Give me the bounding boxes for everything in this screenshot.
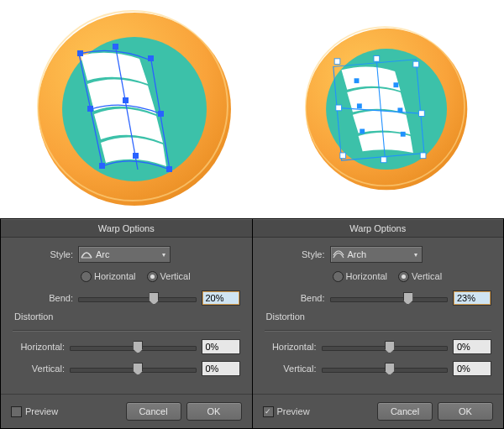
warp-options-panel-right: Warp Options Style: Arch ▾ Horizo [253, 218, 505, 429]
svg-rect-20 [412, 61, 418, 67]
preview-checkbox[interactable] [11, 406, 22, 417]
bend-label: Bend: [265, 293, 330, 303]
svg-rect-21 [335, 105, 341, 111]
warp-options-panel-left: Warp Options Style: Arc ▾ Horizontal Ver… [0, 218, 253, 429]
bend-slider[interactable] [330, 292, 449, 304]
dist-vertical-slider[interactable] [70, 363, 197, 374]
style-value: Arch [346, 249, 410, 259]
bend-label: Bend: [13, 293, 78, 303]
svg-rect-22 [418, 110, 424, 116]
dist-vertical-field[interactable]: 0% [453, 361, 491, 376]
style-value: Arc [94, 249, 158, 259]
svg-rect-31 [400, 131, 405, 136]
artwork-left [32, 7, 238, 212]
bend-field[interactable]: 20% [202, 290, 240, 306]
cancel-button[interactable]: Cancel [377, 402, 433, 421]
ok-button[interactable]: OK [186, 402, 242, 421]
svg-rect-26 [354, 78, 359, 83]
bend-field[interactable]: 23% [453, 290, 491, 306]
dist-vertical-slider[interactable] [322, 363, 449, 374]
dist-horizontal-field[interactable]: 0% [453, 339, 491, 354]
svg-rect-4 [113, 44, 118, 50]
svg-rect-24 [381, 156, 386, 162]
artwork-right [301, 24, 473, 196]
panel-title: Warp Options [253, 219, 504, 238]
svg-rect-28 [356, 103, 361, 108]
dist-vertical-field[interactable]: 0% [202, 361, 240, 376]
svg-rect-25 [420, 152, 426, 158]
chevron-down-icon: ▾ [158, 251, 170, 259]
preview-label: Preview [25, 406, 58, 416]
svg-rect-29 [397, 107, 402, 112]
style-dropdown[interactable]: Arc ▾ [78, 246, 171, 263]
orientation-horizontal-radio[interactable] [81, 271, 92, 282]
dist-horizontal-field[interactable]: 0% [202, 339, 240, 354]
svg-rect-3 [77, 50, 83, 56]
dist-horizontal-label: Horizontal: [13, 342, 70, 352]
svg-rect-11 [166, 166, 172, 172]
chevron-down-icon: ▾ [410, 251, 422, 259]
panel-title: Warp Options [1, 219, 252, 238]
style-label: Style: [13, 249, 78, 259]
orientation-horizontal-radio[interactable] [333, 271, 344, 282]
svg-rect-7 [123, 97, 129, 103]
cancel-button[interactable]: Cancel [126, 402, 181, 421]
arch-icon [331, 250, 346, 259]
svg-rect-19 [374, 55, 380, 61]
orientation-horizontal-label: Horizontal [94, 271, 136, 281]
svg-rect-5 [148, 55, 154, 61]
dist-horizontal-slider[interactable] [70, 341, 197, 353]
svg-rect-23 [339, 152, 345, 158]
svg-rect-6 [87, 106, 93, 112]
preview-label: Preview [277, 406, 310, 416]
dist-horizontal-label: Horizontal: [265, 342, 322, 352]
dist-vertical-label: Vertical: [13, 364, 70, 374]
orientation-vertical-label: Vertical [160, 271, 191, 281]
bend-slider[interactable] [78, 292, 197, 304]
dist-horizontal-slider[interactable] [322, 341, 449, 353]
arc-icon [79, 250, 94, 259]
orientation-vertical-label: Vertical [412, 271, 442, 281]
svg-rect-9 [99, 163, 105, 169]
style-dropdown[interactable]: Arch ▾ [330, 246, 423, 263]
svg-rect-30 [360, 128, 365, 133]
dist-vertical-label: Vertical: [265, 364, 322, 374]
style-label: Style: [265, 249, 330, 259]
svg-rect-18 [334, 58, 340, 64]
orientation-vertical-radio[interactable] [147, 271, 158, 282]
svg-rect-10 [133, 153, 139, 159]
orientation-horizontal-label: Horizontal [346, 271, 388, 281]
svg-rect-27 [393, 82, 398, 87]
distortion-section-label: Distortion [265, 311, 492, 322]
ok-button[interactable]: OK [438, 402, 493, 421]
svg-rect-8 [158, 111, 164, 117]
orientation-vertical-radio[interactable] [398, 271, 409, 282]
preview-checkbox[interactable] [263, 406, 274, 417]
distortion-section-label: Distortion [13, 311, 240, 322]
